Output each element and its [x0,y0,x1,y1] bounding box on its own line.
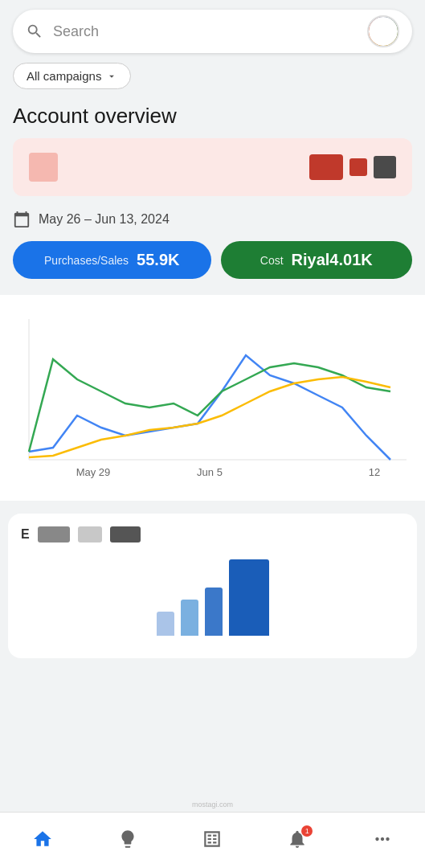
nav-home[interactable] [32,829,53,850]
swatch-gray-large [38,526,70,542]
calendar-icon [13,211,31,228]
lightbulb-icon [117,829,138,850]
purchases-value: 55.9K [137,251,179,269]
search-placeholder: Search [53,23,367,40]
nav-ideas[interactable] [117,829,138,850]
cost-label: Cost [260,254,284,267]
second-card-header: E [21,526,404,542]
chevron-down-icon [106,71,117,82]
campaigns-row: All campaigns [0,63,425,97]
bar-3 [205,588,223,636]
svg-text:May 29: May 29 [76,466,111,478]
purchases-sales-button[interactable]: Purchases/Sales 55.9K [13,241,211,279]
campaigns-dropdown[interactable]: All campaigns [13,63,131,89]
bar-1 [157,612,174,636]
notification-badge: 1 [301,825,313,837]
date-range-text: May 26 – Jun 13, 2024 [39,212,170,227]
nav-notifications[interactable]: 1 [287,829,308,850]
table-icon [202,829,223,850]
line-chart: May 29 Jun 5 12 [13,311,412,488]
search-bar: Search [13,10,412,53]
swatch-red-small [349,158,367,176]
second-card: E [8,514,417,658]
bottom-nav: 1 [0,812,425,868]
nav-more[interactable] [372,829,393,850]
page-title: Account overview [0,97,425,138]
bar-4 [229,559,269,636]
pink-banner [13,138,412,196]
pink-swatch-left [29,153,58,182]
card-letter: E [21,527,30,542]
swatch-gray-dark [110,526,141,542]
swatch-dark [374,156,396,178]
metric-buttons: Purchases/Sales 55.9K Cost Riyal4.01K [0,241,425,295]
search-icon [26,23,43,40]
watermark: mostagi.com [192,800,233,809]
cost-button[interactable]: Cost Riyal4.01K [221,241,413,279]
date-range-row: May 26 – Jun 13, 2024 [0,207,425,241]
nav-campaigns[interactable] [202,829,223,850]
swatch-gray-light [78,526,102,542]
bar-chart [21,559,404,639]
more-icon [372,829,393,850]
bar-2 [181,600,198,636]
swatch-red-large [309,154,343,180]
svg-text:12: 12 [369,466,380,478]
svg-text:Jun 5: Jun 5 [197,466,223,478]
avatar[interactable] [367,15,399,47]
home-icon [32,829,53,850]
cost-value: Riyal4.01K [292,251,373,269]
purchases-label: Purchases/Sales [44,254,129,267]
line-chart-area: May 29 Jun 5 12 [0,295,425,501]
campaigns-label: All campaigns [27,69,101,83]
pink-swatches-right [309,154,396,180]
